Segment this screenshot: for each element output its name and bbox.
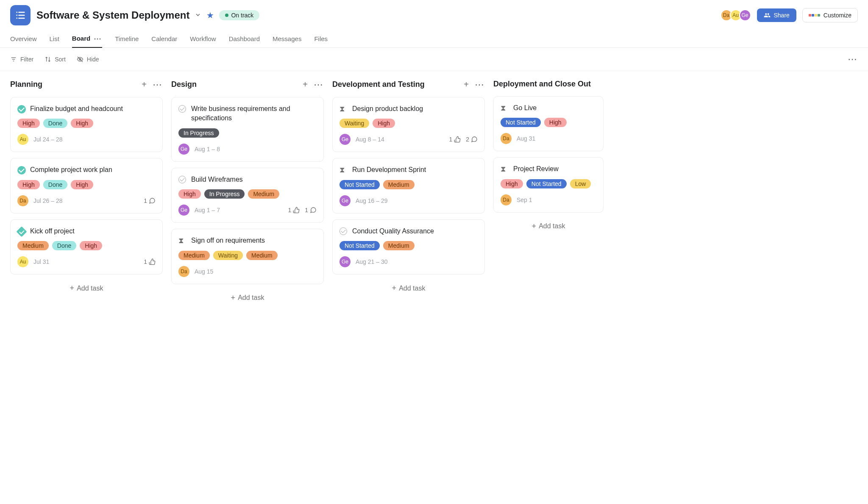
add-task-button[interactable]: +Add task: [171, 290, 324, 306]
task-tag[interactable]: High: [501, 179, 523, 188]
task-tag[interactable]: High: [17, 119, 40, 128]
task-incomplete-icon[interactable]: [178, 105, 187, 114]
assignee-avatar[interactable]: Ge: [339, 195, 351, 206]
sort-button[interactable]: Sort: [45, 56, 66, 63]
task-tag[interactable]: High: [71, 119, 93, 128]
pending-hourglass-icon[interactable]: ⧗: [501, 165, 509, 174]
assignee-avatar[interactable]: Da: [17, 195, 28, 206]
column-add-icon[interactable]: +: [142, 80, 147, 89]
task-card[interactable]: Conduct Quality AssuranceNot StartedMedi…: [332, 219, 485, 274]
assignee-avatar[interactable]: Da: [501, 133, 512, 144]
tab-messages[interactable]: Messages: [273, 30, 301, 47]
pending-hourglass-icon[interactable]: ⧗: [501, 104, 509, 113]
pending-hourglass-icon[interactable]: ⧗: [339, 105, 348, 114]
column-add-icon[interactable]: +: [303, 80, 308, 89]
tab-workflow[interactable]: Workflow: [190, 30, 216, 47]
milestone-complete-icon[interactable]: [17, 227, 26, 236]
task-card[interactable]: Write business requirements and specific…: [171, 97, 324, 162]
share-button[interactable]: Share: [757, 8, 796, 22]
column-title[interactable]: Planning: [10, 80, 42, 89]
project-menu-chevron-icon[interactable]: [195, 11, 201, 19]
assignee-avatar[interactable]: Ge: [178, 205, 189, 216]
task-tag[interactable]: Medium: [383, 180, 415, 189]
assignee-avatar[interactable]: Ge: [178, 144, 189, 155]
task-tag[interactable]: Medium: [17, 241, 49, 250]
task-tag[interactable]: Not Started: [526, 179, 567, 188]
tab-calendar[interactable]: Calendar: [151, 30, 177, 47]
assignee-avatar[interactable]: Ge: [339, 256, 351, 267]
task-card[interactable]: ⧗Go LiveNot StartedHighDaAug 31: [493, 96, 604, 151]
task-card[interactable]: Complete project work planHighDoneHighDa…: [10, 158, 163, 213]
task-tag[interactable]: Done: [43, 119, 67, 128]
task-card[interactable]: Build WireframesHighIn ProgressMediumGeA…: [171, 168, 324, 223]
likes-count[interactable]: 1: [288, 207, 300, 213]
tab-files[interactable]: Files: [314, 30, 328, 47]
project-status-pill[interactable]: On track: [219, 10, 259, 20]
assignee-avatar[interactable]: Da: [501, 194, 512, 205]
task-tag[interactable]: Medium: [383, 241, 415, 250]
assignee-avatar[interactable]: Da: [178, 266, 189, 277]
task-card[interactable]: Finalize budget and headcountHighDoneHig…: [10, 97, 163, 152]
column-title[interactable]: Development and Testing: [332, 80, 425, 89]
tab-overview[interactable]: Overview: [10, 30, 37, 47]
assignee-avatar[interactable]: Au: [17, 134, 28, 145]
task-tag[interactable]: Medium: [178, 251, 210, 260]
tab-timeline[interactable]: Timeline: [115, 30, 139, 47]
task-tag[interactable]: High: [544, 118, 567, 127]
assignee-avatar[interactable]: Ge: [339, 134, 351, 145]
column-title[interactable]: Design: [171, 80, 197, 89]
task-tag[interactable]: Waiting: [213, 251, 243, 260]
task-tag[interactable]: Not Started: [501, 118, 541, 127]
tab-label: Calendar: [151, 35, 177, 42]
task-tag[interactable]: Not Started: [339, 180, 380, 189]
task-complete-icon[interactable]: [17, 105, 26, 114]
task-card[interactable]: ⧗Run Development SprintNot StartedMedium…: [332, 158, 485, 213]
tab-dashboard[interactable]: Dashboard: [229, 30, 260, 47]
task-tag[interactable]: High: [373, 119, 395, 128]
task-card[interactable]: ⧗Sign off on requirementsMediumWaitingMe…: [171, 229, 324, 284]
tab-list[interactable]: List: [50, 30, 59, 47]
task-tag[interactable]: Medium: [248, 189, 279, 199]
task-tag[interactable]: Medium: [246, 251, 278, 260]
task-tag[interactable]: High: [80, 241, 102, 250]
task-incomplete-icon[interactable]: [339, 227, 348, 236]
likes-count[interactable]: 1: [449, 136, 461, 143]
task-tag[interactable]: Done: [43, 180, 67, 189]
tab-board[interactable]: Board⋯: [72, 30, 102, 48]
task-tag[interactable]: High: [178, 189, 201, 199]
toolbar-more-icon[interactable]: ⋯: [848, 54, 858, 65]
project-members[interactable]: DaAuGe: [721, 9, 751, 21]
task-tag[interactable]: In Progress: [204, 189, 245, 199]
hide-button[interactable]: Hide: [77, 56, 99, 63]
filter-button[interactable]: Filter: [10, 56, 33, 63]
favorite-star-icon[interactable]: ★: [206, 10, 214, 20]
task-incomplete-icon[interactable]: [178, 176, 187, 184]
column-add-icon[interactable]: +: [464, 80, 469, 89]
add-task-button[interactable]: +Add task: [332, 280, 485, 296]
column-title[interactable]: Deployment and Close Out: [493, 80, 591, 89]
comments-count[interactable]: 1: [305, 207, 317, 213]
task-card[interactable]: ⧗Design product backlogWaitingHighGeAug …: [332, 97, 485, 152]
member-avatar[interactable]: Ge: [739, 9, 751, 21]
add-task-button[interactable]: +Add task: [493, 219, 604, 234]
task-tag[interactable]: Low: [570, 179, 591, 188]
board-column: Design+⋯Write business requirements and …: [171, 80, 324, 306]
likes-count[interactable]: 1: [144, 258, 156, 265]
customize-button[interactable]: Customize: [802, 8, 858, 22]
add-task-button[interactable]: +Add task: [10, 280, 163, 296]
assignee-avatar[interactable]: Au: [17, 256, 28, 267]
task-tag[interactable]: Not Started: [339, 241, 380, 250]
pending-hourglass-icon[interactable]: ⧗: [178, 237, 187, 245]
comments-count[interactable]: 2: [466, 136, 478, 143]
task-card[interactable]: Kick off projectMediumDoneHighAuJul 311: [10, 219, 163, 274]
task-tag[interactable]: In Progress: [178, 128, 219, 138]
comments-count[interactable]: 1: [144, 197, 156, 204]
task-tag[interactable]: High: [17, 180, 40, 189]
task-tag[interactable]: Done: [52, 241, 76, 250]
task-tag[interactable]: High: [71, 180, 93, 189]
task-card[interactable]: ⧗Project ReviewHighNot StartedLowDaSep 1: [493, 157, 604, 212]
task-tag[interactable]: Waiting: [339, 119, 369, 128]
pending-hourglass-icon[interactable]: ⧗: [339, 166, 348, 174]
task-complete-icon[interactable]: [17, 166, 26, 174]
project-icon[interactable]: [10, 5, 31, 25]
